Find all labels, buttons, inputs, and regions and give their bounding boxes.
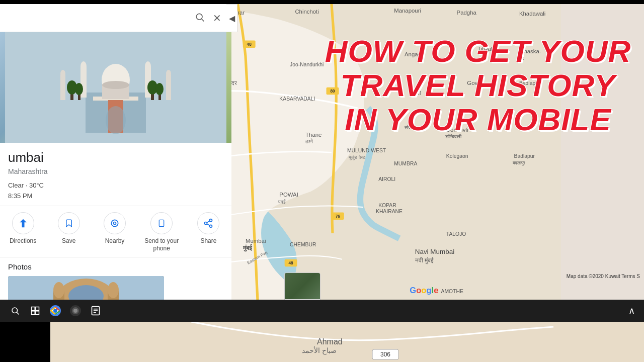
svg-point-121 (73, 309, 77, 313)
place-name: umbai (8, 150, 223, 165)
svg-text:306: 306 (380, 351, 390, 358)
svg-text:TALOJO: TALOJO (446, 231, 466, 237)
svg-point-31 (210, 219, 212, 221)
svg-text:Padgha: Padgha (457, 10, 477, 16)
svg-point-44 (108, 282, 119, 298)
satellite-thumbnail (285, 273, 320, 299)
svg-rect-114 (32, 311, 35, 315)
svg-rect-10 (60, 75, 65, 100)
save-button[interactable]: Save (53, 212, 85, 253)
weather-info: Clear · 30°C 8:35 PM (8, 180, 223, 202)
left-panel: mumbai ✕ (0, 4, 231, 322)
directions-icon (12, 212, 34, 234)
svg-text:Mumbai: Mumbai (246, 238, 266, 244)
directions-button[interactable]: Directions (7, 212, 39, 253)
share-button[interactable]: Share (192, 212, 224, 253)
svg-point-13 (166, 70, 171, 78)
svg-point-26 (106, 106, 126, 134)
svg-point-20 (75, 83, 83, 95)
svg-point-16 (102, 81, 129, 89)
search-input[interactable]: mumbai (6, 13, 191, 23)
svg-rect-29 (159, 220, 164, 226)
taskbar-chrome-icon[interactable] (47, 303, 63, 319)
svg-text:भिवंडी: भिवंडी (409, 90, 421, 96)
svg-text:76: 76 (336, 214, 341, 219)
place-state: Maharashtra (8, 167, 223, 175)
svg-text:Thane: Thane (305, 132, 321, 138)
save-label: Save (62, 237, 75, 245)
svg-rect-113 (36, 307, 39, 311)
taskbar-chrome2-icon[interactable] (67, 303, 84, 319)
svg-text:Ahmad: Ahmad (317, 337, 343, 346)
svg-text:KOPAR: KOPAR (378, 203, 396, 208)
svg-rect-126 (141, 322, 553, 362)
taskbar-file-icon[interactable] (88, 303, 104, 319)
search-button[interactable] (191, 10, 209, 26)
svg-text:Dombivli: Dombivli (446, 127, 468, 133)
svg-rect-12 (166, 75, 171, 100)
svg-point-0 (196, 14, 202, 20)
taskbar-window-icon[interactable] (27, 303, 43, 319)
svg-text:Badlap-: Badlap- (519, 80, 537, 86)
photos-title: Photos (8, 262, 223, 271)
share-label: Share (200, 237, 216, 245)
svg-text:AIROLI: AIROLI (378, 176, 395, 182)
svg-text:ठाणे: ठाणे (305, 138, 313, 144)
weather-time: 8:35 PM (8, 192, 32, 200)
nearby-button[interactable]: Nearby (99, 212, 131, 253)
share-icon (197, 212, 219, 234)
send-to-phone-button[interactable]: Send to yourphone (144, 212, 179, 253)
taskbar: ∧ (0, 300, 644, 322)
svg-text:Google: Google (410, 286, 438, 295)
svg-text:AMOTHE: AMOTHE (441, 289, 463, 294)
svg-text:मुंबई: मुंबई (243, 244, 253, 252)
svg-text:डोम्बिवली: डोम्बिवली (445, 134, 462, 139)
svg-text:संजय: संजय (404, 125, 415, 130)
bottom-strip: Ahmad صباح الأحمد 306 (0, 322, 644, 362)
svg-text:Badlapur: Badlapur (514, 153, 535, 159)
place-info: umbai Maharashtra Clear · 30°C 8:35 PM (0, 143, 231, 206)
svg-text:बदलापुर: बदलापुर (512, 160, 525, 166)
svg-text:80: 80 (330, 89, 335, 94)
svg-text:KHAIRANE: KHAIRANE (376, 209, 403, 214)
svg-line-35 (207, 221, 210, 222)
svg-point-9 (145, 61, 151, 71)
svg-text:MULUND WEST: MULUND WEST (347, 148, 386, 153)
collapse-panel-button[interactable]: ◀ (226, 4, 237, 32)
svg-text:MUMBRA: MUMBRA (394, 161, 417, 166)
svg-text:Navi Mumbai: Navi Mumbai (415, 248, 455, 255)
svg-point-32 (205, 222, 207, 224)
svg-point-7 (80, 61, 87, 71)
svg-point-28 (111, 220, 118, 226)
svg-text:Titwala: Titwala (477, 46, 496, 52)
svg-text:Khadawali: Khadawali (519, 11, 546, 17)
action-buttons: Directions Save Nearby (0, 206, 231, 257)
svg-text:Mhaska-: Mhaska- (519, 48, 541, 54)
svg-text:नवी मुंबई: नवी मुंबई (415, 257, 434, 264)
svg-text:मुलुंड वेस्ट: मुलुंड वेस्ट (348, 154, 366, 160)
send-to-phone-icon (150, 212, 173, 234)
svg-point-43 (53, 282, 64, 298)
svg-rect-112 (32, 307, 35, 311)
weather-condition: Clear · 30°C (8, 182, 44, 189)
svg-point-33 (210, 225, 212, 227)
svg-text:صباح الأحمد: صباح الأحمد (302, 346, 337, 355)
bottom-map-content: Ahmad صباح الأحمد 306 (50, 322, 644, 362)
map-attribution: Map data ©2020 Kuwait Terms S (567, 274, 640, 279)
taskbar-search-button[interactable] (7, 303, 23, 319)
nearby-label: Nearby (105, 237, 125, 245)
svg-text:48: 48 (289, 261, 294, 265)
svg-text:CHEMBUR: CHEMBUR (290, 242, 316, 247)
save-icon (58, 212, 80, 234)
taskbar-chevron-button[interactable]: ∧ (624, 303, 639, 318)
search-bar: mumbai ✕ (0, 4, 231, 32)
svg-line-111 (17, 312, 19, 314)
svg-text:Goveli: Goveli (467, 80, 483, 86)
svg-point-110 (12, 308, 18, 313)
svg-line-1 (202, 19, 204, 22)
svg-text:Kolegaon: Kolegaon (446, 153, 468, 159)
svg-point-118 (53, 309, 57, 313)
svg-point-24 (155, 83, 164, 95)
clear-search-button[interactable]: ✕ (209, 10, 225, 26)
svg-point-27 (113, 222, 116, 224)
